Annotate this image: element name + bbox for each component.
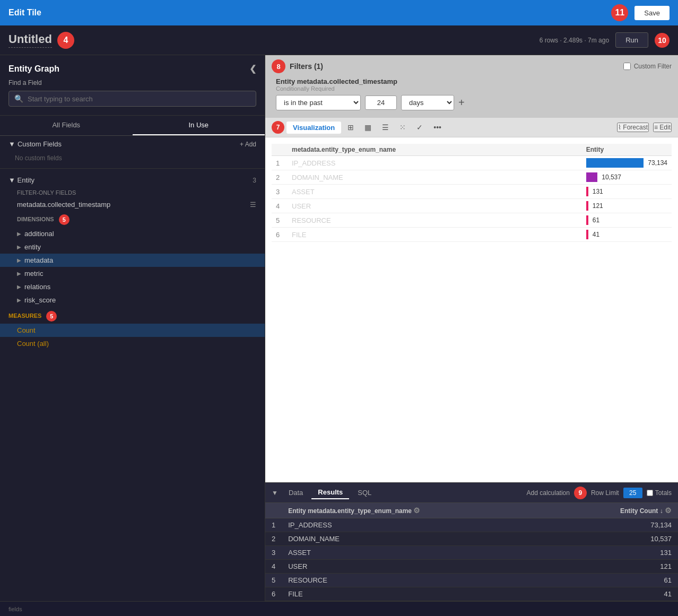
- data-row-name: USER: [282, 560, 556, 574]
- row-limit-label: Row Limit: [591, 489, 619, 497]
- data-row-num: 5: [265, 574, 282, 587]
- page-title: Edit Tile: [8, 8, 41, 18]
- tab-results[interactable]: Results: [311, 486, 349, 499]
- dim-item-metric[interactable]: ▶ metric: [0, 267, 265, 280]
- col-entity-settings-icon[interactable]: ⚙: [665, 506, 672, 515]
- tab-sql[interactable]: SQL: [351, 487, 378, 499]
- dim-item-additional[interactable]: ▶ additional: [0, 227, 265, 240]
- chart-col-num: [272, 144, 288, 156]
- data-row-num: 2: [265, 532, 282, 546]
- find-field-label: Find a Field: [8, 79, 256, 86]
- custom-filter-row: Custom Filter: [623, 63, 672, 70]
- data-controls: Add calculation 9 Row Limit Totals: [527, 487, 672, 499]
- data-table-row: 6 FILE 41: [265, 587, 678, 601]
- chart-row-name: USER: [288, 199, 582, 213]
- search-input[interactable]: [28, 95, 250, 103]
- chart-row-num: 5: [272, 213, 288, 228]
- tab-all-fields[interactable]: All Fields: [0, 116, 133, 135]
- chart-row-num: 4: [272, 199, 288, 213]
- tile-title[interactable]: Untitled: [8, 32, 52, 48]
- section-divider: [0, 168, 265, 169]
- title-right: 6 rows · 2.489s · 7m ago Run 10: [540, 32, 670, 48]
- filter-condition-select[interactable]: is in the past: [276, 95, 361, 110]
- data-col-name: Entity metadata.entity_type_enum_name ⚙: [282, 503, 556, 518]
- dim-arrow: ▶: [17, 231, 21, 237]
- tab-data[interactable]: Data: [282, 487, 309, 499]
- data-col-num: [265, 503, 282, 518]
- chart-table: metadata.entity_type_enum_name Entity 1 …: [272, 144, 672, 242]
- filter-field-item[interactable]: metadata.collected_timestamp ☰: [0, 198, 265, 211]
- filter-field-name: metadata.collected_timestamp: [17, 201, 110, 209]
- tab-in-use[interactable]: In Use: [133, 116, 265, 135]
- totals-label: Totals: [655, 489, 672, 497]
- bottom-label: fields: [8, 606, 22, 612]
- add-custom-field-button[interactable]: + Add: [240, 141, 256, 148]
- measure-count[interactable]: Count: [0, 324, 265, 337]
- custom-fields-label: ▼ Custom Fields: [8, 140, 62, 148]
- chart-row-name: RESOURCE: [288, 213, 582, 228]
- chart-row-num: 1: [272, 156, 288, 170]
- chart-row-bar: 41: [582, 228, 672, 242]
- custom-filter-checkbox[interactable]: [623, 63, 631, 70]
- data-table: Entity metadata.entity_type_enum_name ⚙ …: [265, 503, 678, 601]
- table-view-icon[interactable]: ⊞: [343, 121, 358, 134]
- bar-value: 61: [593, 216, 599, 224]
- forecast-button[interactable]: ⌇ Forecast: [617, 123, 649, 132]
- custom-filter-label: Custom Filter: [634, 63, 672, 70]
- run-button[interactable]: Run: [615, 32, 648, 48]
- chart-row-name: FILE: [288, 228, 582, 242]
- more-view-icon[interactable]: •••: [429, 121, 446, 134]
- save-button[interactable]: Save: [634, 6, 670, 20]
- no-custom-fields-text: No custom fields: [0, 152, 265, 166]
- data-table-row: 2 DOMAIN_NAME 10,537: [265, 532, 678, 546]
- data-row-num: 1: [265, 518, 282, 532]
- dim-item-metadata[interactable]: ▶ metadata: [0, 254, 265, 267]
- filter-value-input[interactable]: [365, 96, 397, 110]
- data-row-value: 73,134: [557, 518, 678, 532]
- dim-item-risk-score[interactable]: ▶ risk_score: [0, 293, 265, 307]
- tab-visualization[interactable]: Visualization: [286, 122, 341, 134]
- entity-section: ▼ Entity 3 FILTER-ONLY FIELDS metadata.c…: [0, 171, 265, 352]
- filter-only-label: FILTER-ONLY FIELDS: [0, 187, 265, 198]
- viz-tabs: 7 Visualization ⊞ ▦ ☰ ⁙ ✓ •••: [272, 121, 446, 134]
- scatter-view-icon[interactable]: ⁙: [395, 121, 410, 134]
- chart-col-name: metadata.entity_type_enum_name: [288, 144, 582, 156]
- dim-item-entity[interactable]: ▶ entity: [0, 240, 265, 254]
- bar-visual: [586, 215, 588, 225]
- measure-count-all[interactable]: Count (all): [0, 337, 265, 350]
- dim-item-relations[interactable]: ▶ relations: [0, 280, 265, 293]
- data-row-value: 121: [557, 560, 678, 574]
- col-settings-icon[interactable]: ⚙: [413, 506, 420, 515]
- right-panel: 8 Filters (1) Custom Filter Entity metad…: [265, 55, 678, 601]
- sidebar-title-row: Entity Graph ❮: [8, 64, 256, 74]
- bar-value: 121: [593, 202, 603, 210]
- filter-field-name: Entity metadata.collected_timestamp: [276, 77, 672, 85]
- edit-button[interactable]: ≡ Edit: [653, 123, 672, 132]
- chart-row-name: IP_ADDRESS: [288, 156, 582, 170]
- collapse-button[interactable]: ❮: [249, 64, 256, 74]
- data-row-name: IP_ADDRESS: [282, 518, 556, 532]
- badge-5a: 5: [59, 214, 69, 225]
- chevron-icon: ▼: [8, 140, 15, 148]
- row-limit-input[interactable]: [623, 488, 642, 498]
- bar-view-icon[interactable]: ▦: [360, 121, 376, 134]
- data-table-row: 3 ASSET 131: [265, 546, 678, 560]
- chart-row-bar: 61: [582, 213, 672, 228]
- badge-11: 11: [611, 4, 628, 21]
- totals-checkbox[interactable]: [647, 490, 653, 496]
- filter-field: Entity metadata.collected_timestamp Cond…: [272, 77, 672, 110]
- viz-tab-icons: ⊞ ▦ ☰ ⁙ ✓ •••: [343, 121, 446, 134]
- list-view-icon[interactable]: ☰: [378, 121, 393, 134]
- check-view-icon[interactable]: ✓: [412, 121, 427, 134]
- data-row-name: DOMAIN_NAME: [282, 532, 556, 546]
- data-tabs-row: ▼ Data Results SQL Add calculation 9 Row…: [265, 483, 678, 503]
- filters-title-row: 8 Filters (1): [272, 59, 323, 73]
- filter-unit-select[interactable]: days: [401, 95, 454, 110]
- bar-visual: [586, 230, 588, 239]
- filter-add-button[interactable]: +: [458, 97, 465, 109]
- dim-arrow: ▶: [17, 284, 21, 290]
- data-row-value: 10,537: [557, 532, 678, 546]
- chart-row: 3 ASSET 131: [272, 185, 672, 199]
- add-calculation-button[interactable]: Add calculation: [527, 489, 570, 497]
- chart-area: metadata.entity_type_enum_name Entity 1 …: [265, 137, 678, 482]
